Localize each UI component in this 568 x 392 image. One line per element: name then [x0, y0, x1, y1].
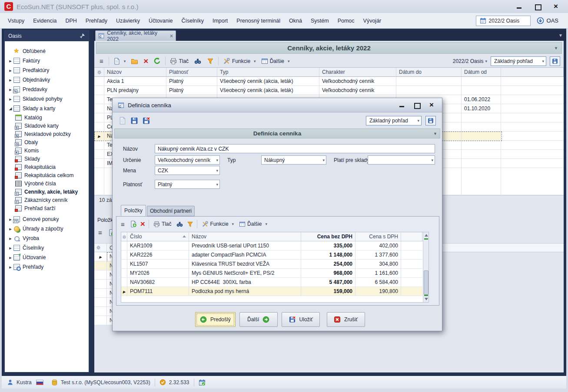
dialog-close-button[interactable]: ×	[428, 102, 435, 108]
menu-dph[interactable]: DPH	[61, 16, 81, 26]
expand-arrow-icon[interactable]	[7, 68, 13, 73]
tab-overflow-icon[interactable]: ▼	[558, 33, 563, 38]
open-button[interactable]	[130, 57, 139, 66]
table-row[interactable]: KAR2226adapter CompactFlash PCMCIA1 148,…	[121, 250, 428, 260]
save-icon[interactable]	[130, 117, 138, 125]
sidebar-item-ciselniky[interactable]: Číselníky	[5, 243, 89, 253]
dialog-maximize-button[interactable]	[413, 102, 420, 108]
sidebar-item-katalog[interactable]: Katalóg	[5, 113, 89, 122]
save-button[interactable]: Uložiť	[282, 312, 320, 327]
sidebar-item-prehlady[interactable]: Prehľady	[5, 262, 89, 272]
add-item-icon[interactable]	[130, 221, 137, 227]
view-selector[interactable]: Základný pohľad▾	[491, 56, 546, 66]
table-row[interactable]: PLN predajnyPlatnýVšeobecný cennik (akci…	[94, 86, 564, 95]
scroll-thumb[interactable]	[424, 270, 428, 295]
oas-button[interactable]: OAS	[537, 17, 558, 24]
menu-vyvojar[interactable]: Vývojár	[359, 16, 386, 26]
menu-okna[interactable]: Okná	[285, 16, 306, 26]
sidebar-item-oblubene[interactable]: Obľúbené	[5, 46, 89, 56]
menu-pomoc[interactable]: Pomoc	[333, 16, 359, 26]
table-row[interactable]: NAV30682HP CC644E 300XL farba5 487,0006 …	[121, 278, 428, 287]
menu-icon[interactable]: ≡	[119, 221, 126, 228]
functions-button[interactable]: Funkcie▾	[222, 57, 257, 66]
search-button[interactable]	[193, 57, 203, 66]
binoculars-icon[interactable]	[176, 221, 183, 227]
sidebar-item-cenove-ponuky[interactable]: 77Cenové ponuky	[5, 214, 89, 224]
print-button[interactable]: Tlač	[169, 57, 189, 66]
urcenie-combo[interactable]: Veľkoobchodný cenník▾	[155, 155, 220, 165]
scroll-down-icon[interactable]	[425, 298, 428, 300]
menu-evidencia[interactable]: Evidencia	[29, 16, 61, 26]
menu-vstupy[interactable]: Vstupy	[3, 16, 29, 26]
calendar-check-icon[interactable]	[199, 379, 206, 386]
gear-icon[interactable]	[122, 235, 126, 239]
previous-button[interactable]: Predošlý	[195, 312, 236, 327]
band-dropdown-icon[interactable]: ▼	[554, 46, 558, 50]
table-row-selected[interactable]: ▶POM7111Podlozka pod mys herná159,000190…	[121, 287, 428, 296]
sidebar-item-uctovanie[interactable]: Účtovanie	[5, 253, 89, 262]
grid-period-selector[interactable]: 2022/2 Oasis▾	[453, 58, 487, 64]
sidebar-item-vyrobne-cisla[interactable]: Výrobné čísla	[5, 179, 89, 188]
save-close-icon[interactable]	[142, 117, 150, 125]
dialog-view-selector[interactable]: Základný pohľad▾	[366, 116, 422, 125]
table-row[interactable]: MY2026Mys GENIUS NetScroll+ EYE, PS/2968…	[121, 269, 428, 278]
column-cislo[interactable]: Číslo	[127, 232, 189, 241]
typ-combo[interactable]: Nákupný▾	[261, 155, 326, 165]
sidebar-item-rekapitulacia-celkom[interactable]: Rekapitulácia celkom	[5, 171, 89, 179]
sidebar-item-preddavky[interactable]: %Preddavky	[5, 85, 89, 94]
tab-close-icon[interactable]: ×	[170, 33, 173, 39]
menu-import[interactable]: Import	[208, 16, 232, 26]
maximize-button[interactable]	[534, 3, 541, 10]
column-platnost[interactable]: Platnosť	[166, 68, 217, 76]
expand-arrow-icon[interactable]	[7, 264, 13, 270]
sidebar-item-cenniky-akcie-letaky[interactable]: CCenníky, akcie, letáky	[5, 188, 89, 196]
gear-icon[interactable]	[97, 70, 102, 75]
column-typ[interactable]: Typ	[217, 68, 319, 76]
save-view-button[interactable]	[550, 56, 560, 66]
nazov-field[interactable]	[155, 144, 435, 153]
expand-arrow-icon[interactable]	[7, 255, 13, 260]
sidebar-item-sklady-a-karty[interactable]: Sklady a karty	[5, 104, 89, 113]
expand-arrow-icon[interactable]	[7, 96, 13, 102]
vertical-scrollbar[interactable]	[423, 232, 428, 302]
period-field[interactable]: 2022/2 Oasis	[476, 16, 531, 26]
column-cena-bez-dph[interactable]: Cena bez DPH	[301, 232, 355, 241]
delete-button[interactable]: ×	[143, 57, 149, 66]
scroll-up-icon[interactable]	[425, 234, 428, 237]
sidebar-item-obaly[interactable]: OObaly	[5, 138, 89, 146]
expand-arrow-icon[interactable]	[7, 217, 13, 222]
column-nazov[interactable]: Názov	[189, 232, 301, 241]
expand-arrow-icon[interactable]	[7, 58, 13, 64]
table-row[interactable]: Akcia 1PlatnýVšeobecný cennik (akcia, le…	[94, 77, 564, 86]
collapse-arrow-icon[interactable]	[7, 106, 13, 111]
sklady-combo[interactable]: ▾	[368, 155, 435, 165]
more-button[interactable]: Ďalšie▾	[238, 220, 268, 228]
sidebar-item-uhrady-a-zapocty[interactable]: Úhrady a zápočty	[5, 224, 89, 234]
sidebar-item-objednavky[interactable]: Objednávky	[5, 75, 89, 85]
tab-obchodni-partneri[interactable]: Obchodní partneri	[147, 206, 195, 216]
sidebar-item-komis[interactable]: KKomis	[5, 146, 89, 155]
band-dropdown-icon[interactable]: ▼	[433, 132, 437, 136]
functions-button[interactable]: Funkcie▾	[201, 220, 235, 228]
menu-icon[interactable]: ≡	[96, 229, 104, 236]
refresh-button[interactable]	[153, 56, 162, 66]
next-button[interactable]: Ďalší	[239, 312, 278, 327]
table-row[interactable]: KAR1009Prevodník USB-serial UPort 115033…	[121, 241, 428, 250]
menu-icon[interactable]: ≡	[98, 57, 105, 65]
column-charakter[interactable]: Charakter	[319, 68, 396, 76]
cancel-button[interactable]: Zrušiť	[327, 312, 365, 327]
menu-prenosny-terminal[interactable]: Prenosný terminál	[232, 16, 285, 26]
expand-arrow-icon[interactable]	[7, 87, 13, 92]
expand-arrow-icon[interactable]	[7, 226, 13, 232]
menu-prehlady[interactable]: Prehľady	[81, 16, 112, 26]
column-datum-od[interactable]: Dátum od	[462, 68, 501, 76]
gear-icon[interactable]	[96, 245, 101, 250]
expand-arrow-icon[interactable]	[7, 77, 13, 83]
pin-icon[interactable]	[79, 33, 85, 39]
sidebar-item-sklady[interactable]: Sklady	[5, 155, 89, 163]
delete-item-icon[interactable]: ×	[140, 221, 145, 227]
sidebar-item-vyroba[interactable]: Výroba	[5, 234, 89, 243]
sidebar-item-skladove-karty[interactable]: SSkladové karty	[5, 122, 89, 130]
menu-uzavierky[interactable]: Uzávierky	[112, 16, 144, 26]
tab-cenniky-akcie-letaky[interactable]: Cenníky, akcie, letáky 2022 ×	[95, 30, 176, 41]
